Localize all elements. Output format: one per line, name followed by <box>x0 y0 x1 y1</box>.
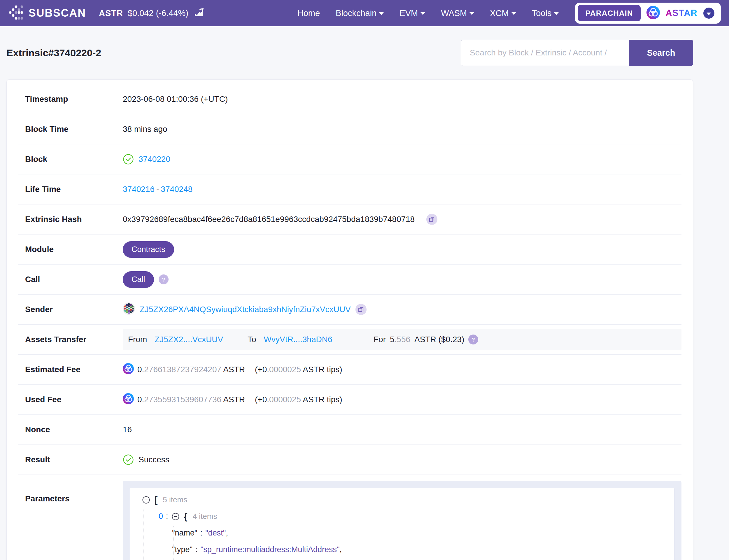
subscan-logo[interactable]: SUBSCAN <box>8 5 86 22</box>
to-label: To <box>248 335 256 344</box>
row-sender: Sender <box>18 295 681 325</box>
row-estimated-fee: Estimated Fee 0.27661387237924207 <box>18 355 681 385</box>
token-price-widget[interactable]: ASTR $0.042 (-6.44%) <box>99 6 205 20</box>
row-block-time: Block Time 38 mins ago <box>18 114 681 144</box>
module-badge[interactable]: Contracts <box>123 241 174 258</box>
row-extrinsic-hash: Extrinsic Hash 0x39792689feca8bac4f6ee26… <box>18 204 681 235</box>
lifetime-separator: - <box>156 185 159 194</box>
json-index: 0 <box>159 512 163 521</box>
json-viewer: [ 5 items 0 : { 4 items <box>130 488 674 560</box>
menu-home[interactable]: Home <box>298 8 320 18</box>
json-item-count: 5 items <box>163 495 187 504</box>
chevron-down-icon <box>420 12 425 15</box>
token-price: $0.042 (-6.44%) <box>128 8 188 18</box>
nonce-value: 16 <box>123 425 681 434</box>
assets-transfer-band: From ZJ5ZX2....VcxUUV To WvyVtR....3haDN… <box>123 329 681 350</box>
collapse-icon[interactable] <box>142 496 151 504</box>
chevron-down-icon <box>469 12 474 15</box>
to-address-link[interactable]: WvyVtR....3haDN6 <box>264 335 333 344</box>
brand-name: SUBSCAN <box>29 7 86 19</box>
json-field-line: "name" : "dest" , <box>137 525 667 541</box>
from-address-link[interactable]: ZJ5ZX2....VcxUUV <box>155 335 223 344</box>
json-bracket: [ <box>155 495 158 505</box>
row-call: Call Call ? <box>18 265 681 295</box>
row-module: Module Contracts <box>18 235 681 265</box>
extrinsic-detail-card: Timestamp 2023-06-08 01:00:36 (+UTC) Blo… <box>6 79 693 560</box>
subscan-dots-icon <box>8 5 24 22</box>
search-button[interactable]: Search <box>629 40 693 66</box>
price-chart-icon[interactable] <box>193 6 205 20</box>
from-label: From <box>128 335 147 344</box>
transfer-amount: 5.556 <box>390 335 410 344</box>
json-key: "type" <box>172 545 193 554</box>
search-input[interactable] <box>461 40 629 66</box>
help-icon[interactable]: ? <box>468 335 478 344</box>
row-result: Result Success <box>18 445 681 475</box>
lifetime-end-link[interactable]: 3740248 <box>161 185 193 194</box>
row-parameters: Parameters [ 5 items 0 <box>18 475 681 560</box>
main-menu: Home Blockchain EVM WASM XCM Tools <box>298 8 559 18</box>
row-label: Assets Transfer <box>18 335 123 344</box>
transfer-amount-fiat: ASTR ($0.23) <box>414 335 464 344</box>
block-link[interactable]: 3740220 <box>139 155 170 164</box>
row-label: Call <box>18 275 123 284</box>
page-title: Extrinsic#3740220-2 <box>6 47 101 59</box>
json-field-line: "type" : "sp_runtime:multiaddress:MultiA… <box>137 541 667 558</box>
used-fee-tip: (+0.0000025 ASTR tips) <box>255 395 342 404</box>
row-label: Sender <box>18 305 123 314</box>
chevron-down-icon <box>379 12 384 15</box>
tree-guide-line <box>143 510 144 560</box>
extrinsic-hash-value: 0x39792689feca8bac4f6ee26c7d8a81651e9963… <box>123 215 415 224</box>
copy-icon[interactable] <box>356 304 366 315</box>
estimated-fee-value: 0.27661387237924207 ASTR <box>137 365 245 374</box>
row-label: Module <box>18 245 123 254</box>
row-label: Nonce <box>18 425 123 434</box>
menu-evm[interactable]: EVM <box>399 8 425 18</box>
astar-logo-icon <box>646 6 660 20</box>
json-item-line: 0 : { 4 items <box>137 508 667 525</box>
parameters-panel: [ 5 items 0 : { 4 items <box>123 481 681 560</box>
result-value: Success <box>139 455 169 464</box>
sender-address-link[interactable]: ZJ5ZX26PXA4NQSywiuqdXtckiaba9xhNiyfnZiu7… <box>140 305 351 314</box>
svg-text:?: ? <box>162 277 165 283</box>
used-fee-value: 0.27355931539607736 ASTR <box>137 395 245 404</box>
row-label: Life Time <box>18 185 123 194</box>
collapse-icon[interactable] <box>171 512 180 521</box>
lifetime-start-link[interactable]: 3740216 <box>123 185 155 194</box>
menu-wasm[interactable]: WASM <box>441 8 474 18</box>
json-item-count: 4 items <box>193 512 217 521</box>
row-label: Extrinsic Hash <box>18 215 123 224</box>
token-symbol: ASTR <box>99 8 123 18</box>
row-label: Estimated Fee <box>18 365 123 374</box>
row-label: Timestamp <box>18 95 123 104</box>
network-dropdown-button[interactable] <box>703 8 714 19</box>
row-life-time: Life Time 3740216 - 3740248 <box>18 174 681 204</box>
row-used-fee: Used Fee 0.27355931539607736 AS <box>18 385 681 415</box>
help-icon[interactable]: ? <box>159 274 169 284</box>
parachain-button[interactable]: PARACHAIN <box>578 5 640 21</box>
copy-icon[interactable] <box>426 214 437 225</box>
json-value: "sp_runtime:multiaddress:MultiAddress" <box>201 545 340 554</box>
network-switcher: PARACHAIN ASTAR <box>575 3 721 24</box>
page-header: Extrinsic#3740220-2 Search <box>6 26 693 79</box>
estimated-fee-tip: (+0.0000025 ASTR tips) <box>255 365 342 374</box>
call-badge[interactable]: Call <box>123 271 154 288</box>
success-check-icon <box>123 454 134 465</box>
row-label: Result <box>18 455 123 464</box>
network-name: ASTAR <box>666 8 697 18</box>
astar-token-icon <box>123 363 134 376</box>
chevron-down-icon <box>554 12 559 15</box>
for-label: For <box>373 335 386 344</box>
row-timestamp: Timestamp 2023-06-08 01:00:36 (+UTC) <box>18 84 681 114</box>
svg-text:?: ? <box>471 337 475 343</box>
timestamp-value: 2023-06-08 01:00:36 (+UTC) <box>123 95 681 104</box>
menu-xcm[interactable]: XCM <box>490 8 516 18</box>
astar-token-icon <box>123 393 134 406</box>
menu-blockchain[interactable]: Blockchain <box>336 8 384 18</box>
top-navbar: SUBSCAN ASTR $0.042 (-6.44%) Home Blockc… <box>0 0 729 26</box>
row-label: Parameters <box>18 481 123 503</box>
row-assets-transfer: Assets Transfer From ZJ5ZX2....VcxUUV To… <box>18 325 681 355</box>
menu-tools[interactable]: Tools <box>532 8 559 18</box>
row-label: Block <box>18 155 123 164</box>
json-value: "dest" <box>205 529 226 538</box>
